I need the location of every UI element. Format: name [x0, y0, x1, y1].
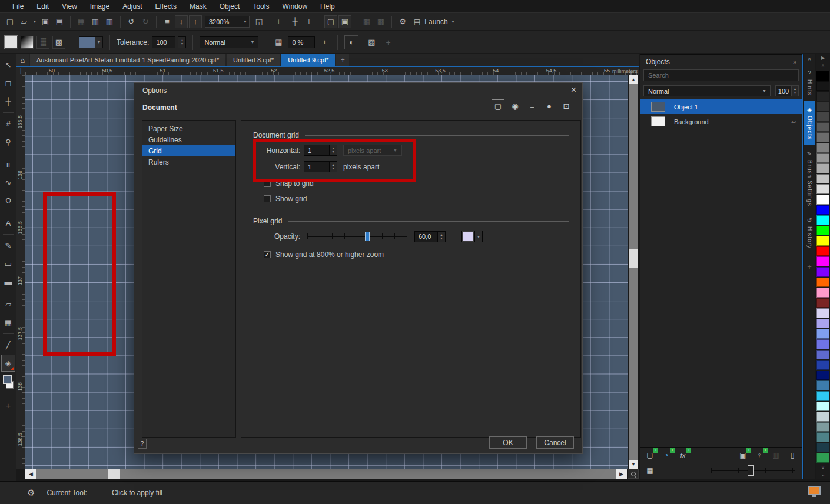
zoom-level-combo[interactable]: 3200% ▼: [205, 16, 250, 28]
merge-mode-select[interactable]: Normal ▼: [200, 36, 258, 48]
show-grid-checkbox[interactable]: [264, 195, 271, 202]
slider-thumb[interactable]: [748, 465, 754, 476]
options-gear-button[interactable]: ⚙: [396, 15, 409, 28]
show-grid-button[interactable]: ┼: [288, 15, 301, 28]
tolerance-input[interactable]: 100: [152, 36, 175, 48]
new-tab-button[interactable]: +: [336, 54, 349, 66]
redo-button[interactable]: ↻: [139, 15, 152, 28]
object-row-object-1[interactable]: Object 1: [640, 99, 802, 114]
color-swatches[interactable]: [1, 373, 15, 390]
vertical-ruler[interactable]: 135,5136136,5137137,5138138,5: [16, 75, 25, 469]
settings-sliders-icon[interactable]: ≡: [526, 99, 539, 112]
anti-aliasing-toggle[interactable]: ◐: [344, 35, 358, 49]
new-object-from-mask-button[interactable]: ▣ +: [737, 449, 749, 461]
object-opacity-input[interactable]: 100: [775, 85, 792, 96]
menu-item[interactable]: Edit: [30, 1, 55, 12]
color-transparency-tool[interactable]: ▦: [1, 314, 15, 331]
color-swatch[interactable]: [816, 205, 829, 215]
color-swatch[interactable]: [816, 143, 829, 153]
distribute-button[interactable]: ▩: [374, 15, 387, 28]
paint-tool[interactable]: ✎: [1, 237, 15, 254]
palette-more-icon[interactable]: »: [822, 472, 824, 479]
color-swatch[interactable]: [816, 81, 829, 91]
tab-speedpainting[interactable]: Austronaut-PixelArt-Stefan-Lindblad-1 Sp…: [30, 54, 225, 66]
fit-to-screen-button[interactable]: ◱: [253, 15, 265, 28]
snap-to-grid-button[interactable]: ▣: [338, 15, 351, 28]
opacity-input[interactable]: 60,0: [414, 231, 438, 242]
gear-icon[interactable]: ⚙: [27, 488, 35, 498]
display-monitor-icon[interactable]: [808, 486, 821, 495]
menu-item[interactable]: Tools: [246, 1, 275, 12]
add-docker-button[interactable]: +: [807, 262, 812, 271]
horizontal-ruler[interactable]: 5050,55151,55252,55353,55454,555 millime…: [25, 67, 639, 75]
texture-fill-button[interactable]: ▩: [52, 36, 65, 49]
undo-button[interactable]: ↺: [125, 15, 138, 28]
scroll-down-button[interactable]: ▼: [629, 460, 638, 469]
object-opacity-spinner[interactable]: ▲▼: [792, 85, 799, 96]
rectangle-tool[interactable]: ▭: [1, 255, 15, 272]
launch-button[interactable]: ▤ Launch ▾: [414, 18, 454, 26]
align-button[interactable]: ▩: [360, 15, 373, 28]
ruler-origin-icon[interactable]: ┼: [16, 67, 25, 75]
separator[interactable]: [356, 16, 356, 28]
palette-scroll-down-icon[interactable]: ∨: [821, 464, 825, 472]
lock-transparency-button[interactable]: ▦: [644, 465, 656, 476]
horizontal-scroll-thumb[interactable]: [108, 469, 120, 479]
tab-history[interactable]: ↺ History: [804, 212, 815, 254]
import-button[interactable]: ↓: [175, 15, 188, 28]
separator[interactable]: [3, 153, 14, 153]
color-swatch[interactable]: [816, 132, 829, 142]
combine-objects-button[interactable]: ▥: [770, 449, 782, 461]
close-icon[interactable]: ×: [808, 55, 811, 65]
object-transparency-tool[interactable]: ▱: [1, 296, 15, 313]
horizontal-scrollbar[interactable]: ◀ ▶: [25, 469, 627, 479]
fill-tool[interactable]: ◈: [1, 355, 15, 372]
separator[interactable]: [391, 16, 392, 28]
color-swatch[interactable]: [816, 195, 829, 205]
menu-item[interactable]: Adjust: [116, 1, 148, 12]
color-swatch[interactable]: [816, 71, 829, 81]
uniform-fill-button[interactable]: [5, 36, 18, 49]
menu-item[interactable]: Mask: [183, 1, 213, 12]
new-effect-button[interactable]: fx +: [677, 449, 689, 461]
menu-item[interactable]: File: [6, 1, 30, 12]
search-input[interactable]: Search: [643, 69, 799, 81]
color-swatch[interactable]: [816, 215, 829, 225]
palette-flyout-icon[interactable]: ▶: [821, 54, 825, 62]
tab-untitled-9[interactable]: Untitled-9.cpt*: [281, 54, 335, 66]
eraser-tool[interactable]: ▬: [1, 273, 15, 291]
color-swatch[interactable]: [816, 422, 829, 432]
nav-item[interactable]: Rulers: [142, 156, 235, 168]
nav-item[interactable]: Grid: [142, 145, 235, 156]
color-swatch[interactable]: [816, 412, 829, 422]
separator[interactable]: [270, 16, 270, 28]
separator[interactable]: [320, 16, 320, 28]
object-row-background[interactable]: Background ▱: [640, 114, 802, 129]
color-swatch[interactable]: [816, 319, 829, 329]
path-tool[interactable]: ∿: [1, 174, 15, 191]
text-tool[interactable]: A: [1, 215, 15, 232]
show-rulers-button[interactable]: ∟: [274, 15, 287, 28]
nav-item[interactable]: Paper Size: [142, 123, 235, 134]
slider-handle[interactable]: [365, 232, 370, 241]
bitmap-fill-button[interactable]: ▒: [36, 36, 49, 49]
balloon-icon[interactable]: ●: [543, 99, 556, 112]
vertical-scrollbar[interactable]: ▲ ▼: [629, 75, 638, 469]
paste-as-object-button[interactable]: ▥: [103, 15, 116, 28]
separator[interactable]: [3, 234, 14, 235]
transparency-slider-button[interactable]: +: [318, 36, 331, 49]
separator[interactable]: [156, 16, 157, 28]
separator[interactable]: [3, 112, 14, 113]
menu-item[interactable]: Help: [314, 1, 341, 12]
separator[interactable]: [3, 212, 14, 212]
photo-paint-icon[interactable]: ◉: [509, 99, 522, 112]
menu-item[interactable]: Window: [275, 1, 314, 12]
color-swatch[interactable]: [816, 91, 829, 101]
paste-button[interactable]: ▦: [75, 15, 88, 28]
blend-mode-select[interactable]: Normal ▼: [643, 85, 771, 96]
color-swatch[interactable]: [816, 174, 829, 184]
monitor-icon[interactable]: ⊡: [560, 99, 573, 112]
color-swatch[interactable]: [816, 184, 829, 194]
clone-tool[interactable]: ii: [1, 156, 15, 173]
print-button[interactable]: ▤: [53, 15, 66, 28]
